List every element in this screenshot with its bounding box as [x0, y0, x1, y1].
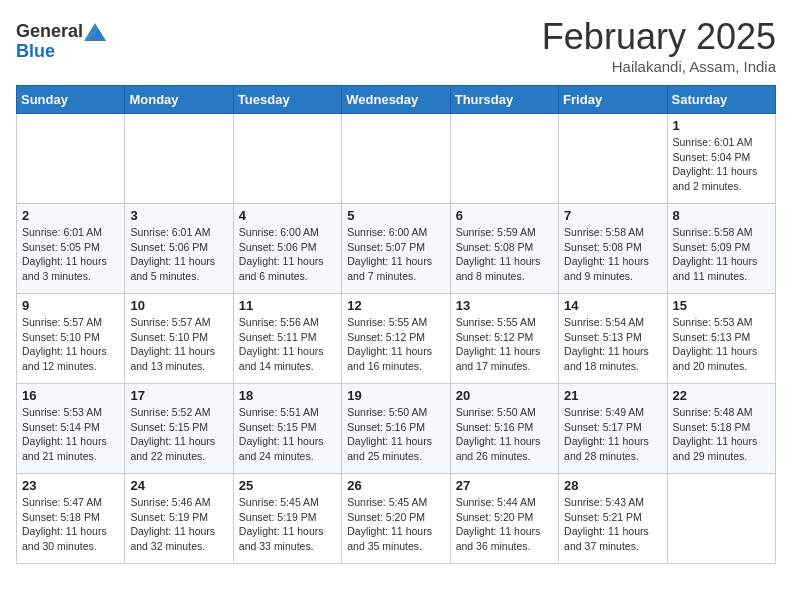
day-number: 22: [673, 388, 770, 403]
day-info: Sunrise: 5:49 AMSunset: 5:17 PMDaylight:…: [564, 405, 661, 464]
weekday-header-cell: Thursday: [450, 86, 558, 114]
calendar-cell: 14Sunrise: 5:54 AMSunset: 5:13 PMDayligh…: [559, 294, 667, 384]
day-info: Sunrise: 5:58 AMSunset: 5:09 PMDaylight:…: [673, 225, 770, 284]
calendar-cell: 1Sunrise: 6:01 AMSunset: 5:04 PMDaylight…: [667, 114, 775, 204]
weekday-header-cell: Monday: [125, 86, 233, 114]
calendar-cell: [559, 114, 667, 204]
calendar-cell: 11Sunrise: 5:56 AMSunset: 5:11 PMDayligh…: [233, 294, 341, 384]
calendar-cell: 20Sunrise: 5:50 AMSunset: 5:16 PMDayligh…: [450, 384, 558, 474]
day-number: 23: [22, 478, 119, 493]
day-number: 6: [456, 208, 553, 223]
day-number: 13: [456, 298, 553, 313]
day-info: Sunrise: 5:48 AMSunset: 5:18 PMDaylight:…: [673, 405, 770, 464]
day-info: Sunrise: 5:45 AMSunset: 5:19 PMDaylight:…: [239, 495, 336, 554]
day-info: Sunrise: 6:01 AMSunset: 5:06 PMDaylight:…: [130, 225, 227, 284]
month-title: February 2025: [542, 16, 776, 58]
day-info: Sunrise: 5:58 AMSunset: 5:08 PMDaylight:…: [564, 225, 661, 284]
logo-icon: [84, 23, 106, 41]
day-info: Sunrise: 6:00 AMSunset: 5:07 PMDaylight:…: [347, 225, 444, 284]
calendar-cell: 8Sunrise: 5:58 AMSunset: 5:09 PMDaylight…: [667, 204, 775, 294]
day-info: Sunrise: 6:00 AMSunset: 5:06 PMDaylight:…: [239, 225, 336, 284]
day-info: Sunrise: 5:53 AMSunset: 5:13 PMDaylight:…: [673, 315, 770, 374]
weekday-header-cell: Sunday: [17, 86, 125, 114]
calendar-cell: 2Sunrise: 6:01 AMSunset: 5:05 PMDaylight…: [17, 204, 125, 294]
calendar-cell: 4Sunrise: 6:00 AMSunset: 5:06 PMDaylight…: [233, 204, 341, 294]
day-number: 27: [456, 478, 553, 493]
day-number: 25: [239, 478, 336, 493]
logo-blue: Blue: [16, 41, 55, 61]
logo: General Blue: [16, 22, 108, 62]
calendar-cell: [667, 474, 775, 564]
day-number: 18: [239, 388, 336, 403]
day-number: 7: [564, 208, 661, 223]
day-info: Sunrise: 5:51 AMSunset: 5:15 PMDaylight:…: [239, 405, 336, 464]
day-number: 20: [456, 388, 553, 403]
day-number: 24: [130, 478, 227, 493]
day-number: 3: [130, 208, 227, 223]
calendar-cell: 17Sunrise: 5:52 AMSunset: 5:15 PMDayligh…: [125, 384, 233, 474]
calendar-cell: 28Sunrise: 5:43 AMSunset: 5:21 PMDayligh…: [559, 474, 667, 564]
calendar-cell: 5Sunrise: 6:00 AMSunset: 5:07 PMDaylight…: [342, 204, 450, 294]
day-info: Sunrise: 5:45 AMSunset: 5:20 PMDaylight:…: [347, 495, 444, 554]
day-info: Sunrise: 5:57 AMSunset: 5:10 PMDaylight:…: [130, 315, 227, 374]
logo-general: General: [16, 22, 83, 42]
calendar-cell: [233, 114, 341, 204]
calendar-cell: [450, 114, 558, 204]
calendar-body: 1Sunrise: 6:01 AMSunset: 5:04 PMDaylight…: [17, 114, 776, 564]
calendar-cell: 7Sunrise: 5:58 AMSunset: 5:08 PMDaylight…: [559, 204, 667, 294]
calendar-cell: 15Sunrise: 5:53 AMSunset: 5:13 PMDayligh…: [667, 294, 775, 384]
day-number: 21: [564, 388, 661, 403]
day-number: 1: [673, 118, 770, 133]
day-number: 4: [239, 208, 336, 223]
day-number: 8: [673, 208, 770, 223]
day-info: Sunrise: 5:59 AMSunset: 5:08 PMDaylight:…: [456, 225, 553, 284]
day-number: 10: [130, 298, 227, 313]
calendar-cell: 10Sunrise: 5:57 AMSunset: 5:10 PMDayligh…: [125, 294, 233, 384]
calendar-week-row: 23Sunrise: 5:47 AMSunset: 5:18 PMDayligh…: [17, 474, 776, 564]
calendar-cell: 13Sunrise: 5:55 AMSunset: 5:12 PMDayligh…: [450, 294, 558, 384]
calendar-week-row: 9Sunrise: 5:57 AMSunset: 5:10 PMDaylight…: [17, 294, 776, 384]
day-info: Sunrise: 5:56 AMSunset: 5:11 PMDaylight:…: [239, 315, 336, 374]
day-info: Sunrise: 5:46 AMSunset: 5:19 PMDaylight:…: [130, 495, 227, 554]
calendar-cell: 27Sunrise: 5:44 AMSunset: 5:20 PMDayligh…: [450, 474, 558, 564]
day-number: 11: [239, 298, 336, 313]
calendar-cell: 19Sunrise: 5:50 AMSunset: 5:16 PMDayligh…: [342, 384, 450, 474]
day-number: 5: [347, 208, 444, 223]
title-area: February 2025 Hailakandi, Assam, India: [542, 16, 776, 75]
calendar-cell: [125, 114, 233, 204]
day-info: Sunrise: 5:47 AMSunset: 5:18 PMDaylight:…: [22, 495, 119, 554]
day-info: Sunrise: 5:55 AMSunset: 5:12 PMDaylight:…: [347, 315, 444, 374]
day-info: Sunrise: 5:55 AMSunset: 5:12 PMDaylight:…: [456, 315, 553, 374]
calendar-cell: 21Sunrise: 5:49 AMSunset: 5:17 PMDayligh…: [559, 384, 667, 474]
day-number: 2: [22, 208, 119, 223]
day-info: Sunrise: 5:50 AMSunset: 5:16 PMDaylight:…: [347, 405, 444, 464]
day-info: Sunrise: 5:43 AMSunset: 5:21 PMDaylight:…: [564, 495, 661, 554]
calendar-week-row: 2Sunrise: 6:01 AMSunset: 5:05 PMDaylight…: [17, 204, 776, 294]
day-number: 28: [564, 478, 661, 493]
weekday-header-cell: Wednesday: [342, 86, 450, 114]
calendar-cell: 18Sunrise: 5:51 AMSunset: 5:15 PMDayligh…: [233, 384, 341, 474]
header: General Blue February 2025 Hailakandi, A…: [16, 16, 776, 75]
calendar-cell: 26Sunrise: 5:45 AMSunset: 5:20 PMDayligh…: [342, 474, 450, 564]
day-info: Sunrise: 6:01 AMSunset: 5:05 PMDaylight:…: [22, 225, 119, 284]
day-number: 12: [347, 298, 444, 313]
day-info: Sunrise: 5:50 AMSunset: 5:16 PMDaylight:…: [456, 405, 553, 464]
day-info: Sunrise: 5:57 AMSunset: 5:10 PMDaylight:…: [22, 315, 119, 374]
calendar-cell: [17, 114, 125, 204]
weekday-header-cell: Saturday: [667, 86, 775, 114]
calendar-cell: 6Sunrise: 5:59 AMSunset: 5:08 PMDaylight…: [450, 204, 558, 294]
calendar-cell: 25Sunrise: 5:45 AMSunset: 5:19 PMDayligh…: [233, 474, 341, 564]
day-number: 26: [347, 478, 444, 493]
day-number: 19: [347, 388, 444, 403]
day-number: 15: [673, 298, 770, 313]
day-info: Sunrise: 5:52 AMSunset: 5:15 PMDaylight:…: [130, 405, 227, 464]
day-number: 14: [564, 298, 661, 313]
calendar-week-row: 16Sunrise: 5:53 AMSunset: 5:14 PMDayligh…: [17, 384, 776, 474]
calendar-cell: [342, 114, 450, 204]
day-info: Sunrise: 5:44 AMSunset: 5:20 PMDaylight:…: [456, 495, 553, 554]
calendar-cell: 16Sunrise: 5:53 AMSunset: 5:14 PMDayligh…: [17, 384, 125, 474]
location: Hailakandi, Assam, India: [542, 58, 776, 75]
day-info: Sunrise: 6:01 AMSunset: 5:04 PMDaylight:…: [673, 135, 770, 194]
calendar-cell: 24Sunrise: 5:46 AMSunset: 5:19 PMDayligh…: [125, 474, 233, 564]
calendar-cell: 23Sunrise: 5:47 AMSunset: 5:18 PMDayligh…: [17, 474, 125, 564]
